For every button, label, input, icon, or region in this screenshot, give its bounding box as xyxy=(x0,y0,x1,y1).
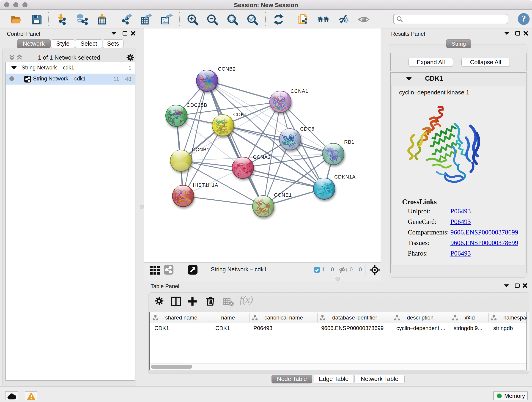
svg-text:CCNE1: CCNE1 xyxy=(274,192,292,198)
svg-text:CCNB2: CCNB2 xyxy=(218,66,236,72)
svg-text:CDK1: CDK1 xyxy=(233,112,247,117)
svg-text:CDC6: CDC6 xyxy=(300,126,315,132)
svg-text:CCNA2: CCNA2 xyxy=(253,154,271,160)
svg-text:?: ? xyxy=(521,13,526,24)
svg-text:CDC25B: CDC25B xyxy=(186,102,207,108)
svg-text:HIST1H1A: HIST1H1A xyxy=(193,182,218,188)
svg-text:CCNB1: CCNB1 xyxy=(192,147,210,153)
svg-text:CCNA1: CCNA1 xyxy=(291,89,308,94)
svg-text:RB1: RB1 xyxy=(344,139,355,145)
svg-text:CDKN1A: CDKN1A xyxy=(334,174,355,180)
